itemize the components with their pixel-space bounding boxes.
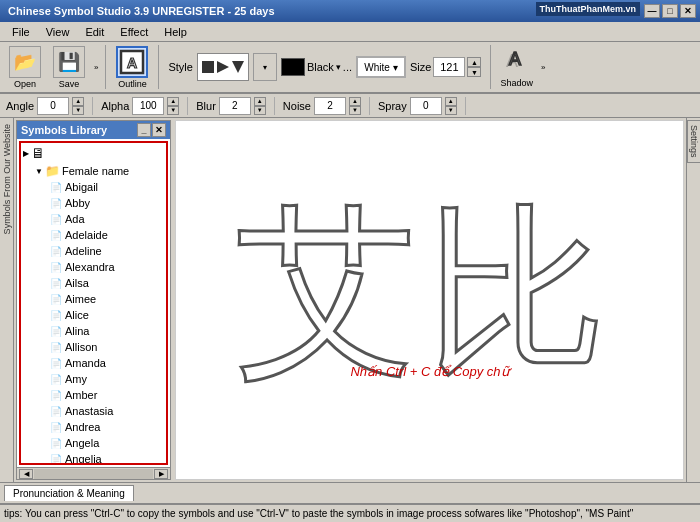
- menu-edit[interactable]: Edit: [77, 24, 112, 40]
- list-item[interactable]: 📄Abigail: [47, 179, 166, 195]
- panel-close-btn[interactable]: ✕: [152, 123, 166, 137]
- app-title: Chinese Symbol Studio 3.9 UNREGISTER - 2…: [8, 5, 275, 17]
- param-sep-4: [369, 97, 370, 115]
- size-input[interactable]: [433, 57, 465, 77]
- female-folder[interactable]: ▼ 📁 Female name 📄Abigail 📄Abby 📄Ada 📄Ade…: [21, 163, 166, 465]
- right-sidebar: Settings: [686, 118, 700, 482]
- save-tool[interactable]: 💾 Save: [48, 43, 90, 92]
- panel-pin-btn[interactable]: _: [137, 123, 151, 137]
- folder-icon: 📁: [45, 164, 60, 178]
- list-item[interactable]: 📄Abby: [47, 195, 166, 211]
- angle-label: Angle: [6, 100, 34, 112]
- menu-file[interactable]: File: [4, 24, 38, 40]
- shadow-tool[interactable]: A A Shadow: [496, 44, 537, 90]
- list-item[interactable]: 📄Ada: [47, 211, 166, 227]
- spray-down[interactable]: ▼: [445, 106, 457, 115]
- list-item[interactable]: 📄Amanda: [47, 355, 166, 371]
- white-swatch[interactable]: White ▾: [356, 56, 406, 78]
- alpha-spinner: ▲ ▼: [167, 97, 179, 115]
- style-dropdown-btn[interactable]: ▾: [253, 53, 277, 81]
- close-button[interactable]: ✕: [680, 4, 696, 18]
- blur-down[interactable]: ▼: [254, 106, 266, 115]
- spray-up[interactable]: ▲: [445, 97, 457, 106]
- scroll-right-btn[interactable]: ▶: [154, 469, 168, 479]
- list-item[interactable]: 📄Alice: [47, 307, 166, 323]
- blur-label: Blur: [196, 100, 216, 112]
- color-swatch-black[interactable]: Black ▾ ...: [281, 58, 352, 76]
- status-text: tips: You can press "Ctrl-C" to copy the…: [4, 508, 633, 519]
- bottom-bar: Pronunciation & Meaning: [0, 482, 700, 504]
- tree-area[interactable]: ▶ 🖥 ▼ 📁 Female name 📄Abigail 📄Abby 📄Ada …: [19, 141, 168, 465]
- open-icon[interactable]: 📂: [9, 46, 41, 78]
- outline-tool[interactable]: A Outline: [111, 43, 153, 92]
- outline-icon[interactable]: A: [116, 46, 148, 78]
- list-item[interactable]: 📄Amy: [47, 371, 166, 387]
- scroll-left-btn[interactable]: ◀: [19, 469, 33, 479]
- settings-tab[interactable]: Settings: [687, 120, 701, 163]
- folder-expand-icon[interactable]: ▼: [35, 167, 43, 176]
- status-bar: tips: You can press "Ctrl-C" to copy the…: [0, 504, 700, 522]
- list-item[interactable]: 📄Anastasia: [47, 403, 166, 419]
- list-item[interactable]: 📄Alexandra: [47, 259, 166, 275]
- list-item[interactable]: 📄Angela: [47, 435, 166, 451]
- angle-up[interactable]: ▲: [72, 97, 84, 106]
- root-expand-icon[interactable]: ▶: [23, 149, 29, 158]
- save-icon[interactable]: 💾: [53, 46, 85, 78]
- param-bar: Angle ▲ ▼ Alpha ▲ ▼ Blur ▲ ▼ Noise ▲ ▼ S: [0, 94, 700, 118]
- black-swatch-box: [281, 58, 305, 76]
- size-up-btn[interactable]: ▲: [467, 57, 481, 67]
- style-preview[interactable]: [197, 53, 249, 81]
- noise-up[interactable]: ▲: [349, 97, 361, 106]
- file-icon: 📄: [49, 340, 63, 354]
- list-item[interactable]: 📄Adeline: [47, 243, 166, 259]
- list-item[interactable]: 📄Adelaide: [47, 227, 166, 243]
- noise-input[interactable]: [314, 97, 346, 115]
- menu-help[interactable]: Help: [156, 24, 195, 40]
- black-dropdown-arrow[interactable]: ▾: [336, 62, 341, 72]
- website-tab[interactable]: Symbols From Our Website: [1, 120, 13, 238]
- list-item[interactable]: 📄Amber: [47, 387, 166, 403]
- list-item[interactable]: 📄Alina: [47, 323, 166, 339]
- list-item[interactable]: 📄Aimee: [47, 291, 166, 307]
- size-section: Size ▲ ▼: [410, 57, 481, 77]
- female-name-folder-item[interactable]: ▼ 📁 Female name: [33, 163, 166, 179]
- pronunciation-tab[interactable]: Pronunciation & Meaning: [4, 485, 134, 501]
- file-icon: 📄: [49, 436, 63, 450]
- alpha-input[interactable]: [132, 97, 164, 115]
- noise-down[interactable]: ▼: [349, 106, 361, 115]
- file-icon: 📄: [49, 356, 63, 370]
- list-item[interactable]: 📄Allison: [47, 339, 166, 355]
- angle-down[interactable]: ▼: [72, 106, 84, 115]
- tree-root[interactable]: ▶ 🖥: [21, 143, 166, 163]
- blur-up[interactable]: ▲: [254, 97, 266, 106]
- tree-items-list: 📄Abigail 📄Abby 📄Ada 📄Adelaide 📄Adeline 📄…: [33, 179, 166, 465]
- file-icon: 📄: [49, 372, 63, 386]
- toolbar: 📂 Open 💾 Save » A Outline Style ▾: [0, 42, 700, 94]
- toolbar-expand-arrow[interactable]: »: [92, 61, 100, 74]
- minimize-button[interactable]: —: [644, 4, 660, 18]
- menu-effect[interactable]: Effect: [112, 24, 156, 40]
- alpha-up[interactable]: ▲: [167, 97, 179, 106]
- file-icon: 📄: [49, 212, 63, 226]
- toolbar-sep-3: [490, 45, 491, 89]
- spray-input[interactable]: [410, 97, 442, 115]
- black-label: Black: [307, 61, 334, 73]
- size-down-btn[interactable]: ▼: [467, 67, 481, 77]
- style-shape-1: [202, 61, 214, 73]
- panel-scrollbar[interactable]: ◀ ▶: [17, 467, 170, 479]
- blur-input[interactable]: [219, 97, 251, 115]
- open-tool[interactable]: 📂 Open: [4, 43, 46, 92]
- menu-view[interactable]: View: [38, 24, 78, 40]
- file-icon: 📄: [49, 452, 63, 465]
- shadow-icon[interactable]: A A: [501, 46, 533, 78]
- svg-text:A: A: [509, 49, 521, 69]
- file-icon: 📄: [49, 404, 63, 418]
- list-item[interactable]: 📄Andrea: [47, 419, 166, 435]
- maximize-button[interactable]: □: [662, 4, 678, 18]
- toolbar-right-expand[interactable]: »: [539, 61, 547, 74]
- list-item[interactable]: 📄Ailsa: [47, 275, 166, 291]
- list-item[interactable]: 📄Angelia: [47, 451, 166, 465]
- spray-label: Spray: [378, 100, 407, 112]
- angle-input[interactable]: [37, 97, 69, 115]
- alpha-down[interactable]: ▼: [167, 106, 179, 115]
